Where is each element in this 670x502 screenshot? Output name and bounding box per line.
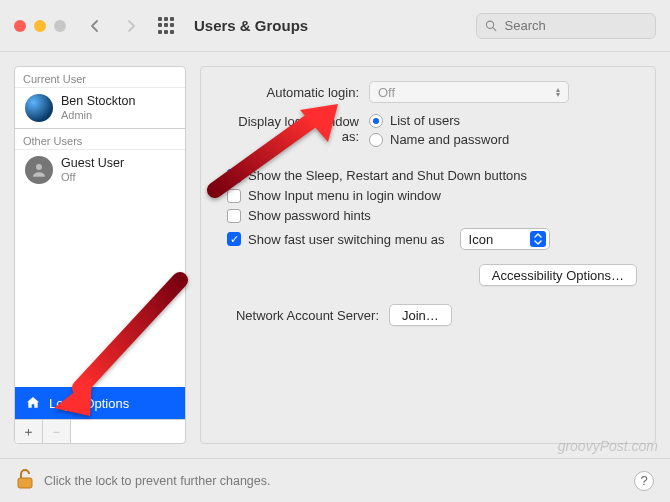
titlebar: Users & Groups bbox=[0, 0, 670, 52]
checkbox-input-menu[interactable]: Show Input menu in login window bbox=[227, 188, 637, 203]
user-role: Admin bbox=[61, 109, 135, 122]
nas-label: Network Account Server: bbox=[219, 308, 379, 323]
chevron-updown-icon: ▴▾ bbox=[556, 87, 560, 97]
current-user-label: Current User bbox=[15, 67, 185, 88]
content-area: Current User Ben Stockton Admin Other Us… bbox=[0, 52, 670, 458]
user-name: Ben Stockton bbox=[61, 94, 135, 108]
svg-line-1 bbox=[493, 28, 496, 31]
radio-icon bbox=[369, 133, 383, 147]
grid-icon bbox=[157, 16, 177, 36]
prefs-window: Users & Groups Current User Ben Stockton… bbox=[0, 0, 670, 502]
auto-login-popup[interactable]: Off ▴▾ bbox=[369, 81, 569, 103]
close-window-button[interactable] bbox=[14, 20, 26, 32]
lock-open-icon bbox=[16, 468, 34, 490]
fast-switch-value: Icon bbox=[469, 232, 494, 247]
checkbox-icon bbox=[227, 209, 241, 223]
guest-user-row[interactable]: Guest User Off bbox=[15, 150, 185, 190]
search-input[interactable] bbox=[503, 17, 647, 34]
page-title: Users & Groups bbox=[194, 17, 308, 34]
checkbox-icon bbox=[227, 189, 241, 203]
lock-button[interactable] bbox=[16, 468, 34, 493]
minimize-window-button[interactable] bbox=[34, 20, 46, 32]
window-controls bbox=[14, 20, 66, 32]
zoom-window-button[interactable] bbox=[54, 20, 66, 32]
house-icon bbox=[25, 395, 41, 411]
join-button[interactable]: Join… bbox=[389, 304, 452, 326]
show-all-button[interactable] bbox=[154, 14, 180, 38]
auto-login-label: Automatic login: bbox=[219, 85, 369, 100]
login-options-label: Login Options bbox=[49, 396, 129, 411]
checkbox-fast-switch[interactable]: Show fast user switching menu as Icon bbox=[227, 228, 637, 250]
chevron-updown-icon bbox=[530, 231, 546, 247]
person-icon bbox=[30, 161, 48, 179]
radio-list-of-users[interactable]: List of users bbox=[369, 113, 509, 128]
sidebar-footer: ＋ － bbox=[15, 419, 185, 443]
checkbox-password-hints[interactable]: Show password hints bbox=[227, 208, 637, 223]
checkbox-icon bbox=[227, 169, 241, 183]
user-name: Guest User bbox=[61, 156, 124, 170]
remove-user-button[interactable]: － bbox=[43, 420, 71, 443]
forward-button[interactable] bbox=[118, 14, 144, 38]
back-button[interactable] bbox=[82, 14, 108, 38]
display-window-label: Display login window as: bbox=[219, 113, 369, 144]
checkbox-icon bbox=[227, 232, 241, 246]
help-button[interactable]: ? bbox=[634, 471, 654, 491]
radio-icon bbox=[369, 114, 383, 128]
login-options-row[interactable]: Login Options bbox=[15, 387, 185, 419]
search-icon bbox=[485, 19, 497, 32]
add-user-button[interactable]: ＋ bbox=[15, 420, 43, 443]
svg-rect-3 bbox=[18, 478, 32, 488]
avatar bbox=[25, 94, 53, 122]
fast-switch-popup[interactable]: Icon bbox=[460, 228, 550, 250]
users-sidebar: Current User Ben Stockton Admin Other Us… bbox=[14, 66, 186, 444]
current-user-row[interactable]: Ben Stockton Admin bbox=[15, 88, 185, 128]
user-role: Off bbox=[61, 171, 124, 184]
auto-login-value: Off bbox=[378, 85, 395, 100]
lock-text: Click the lock to prevent further change… bbox=[44, 474, 271, 488]
footer: Click the lock to prevent further change… bbox=[0, 458, 670, 502]
radio-name-and-password[interactable]: Name and password bbox=[369, 132, 509, 147]
avatar bbox=[25, 156, 53, 184]
search-field[interactable] bbox=[476, 13, 656, 39]
svg-point-2 bbox=[36, 164, 42, 170]
accessibility-options-button[interactable]: Accessibility Options… bbox=[479, 264, 637, 286]
checkbox-sleep-restart[interactable]: Show the Sleep, Restart and Shut Down bu… bbox=[227, 168, 637, 183]
other-users-label: Other Users bbox=[15, 128, 185, 150]
settings-panel: Automatic login: Off ▴▾ Display login wi… bbox=[200, 66, 656, 444]
